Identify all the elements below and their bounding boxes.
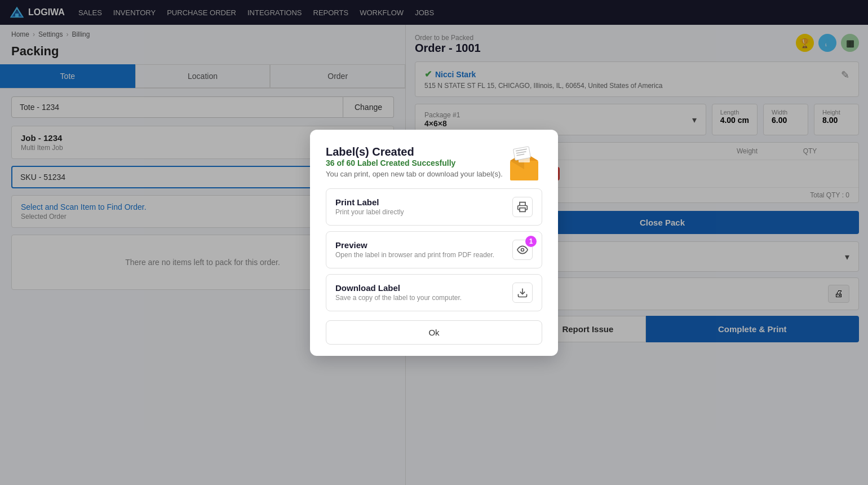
preview-title: Preview [335, 240, 494, 250]
download-label-desc: Save a copy of the label to your compute… [335, 294, 462, 302]
svg-point-12 [521, 248, 524, 251]
ok-button[interactable]: Ok [326, 320, 542, 345]
print-icon [512, 197, 533, 217]
modal-overlay[interactable]: Label(s) Created 36 of 60 Label Created … [0, 0, 868, 485]
svg-rect-7 [513, 146, 530, 160]
preview-desc: Open the label in browser and print from… [335, 251, 494, 259]
print-label-desc: Print your label directly [335, 208, 404, 216]
svg-rect-11 [520, 208, 525, 211]
download-label-title: Download Label [335, 283, 462, 293]
preview-option[interactable]: Preview Open the label in browser and pr… [326, 231, 542, 268]
preview-badge: 1 [525, 236, 537, 247]
download-icon [512, 283, 533, 303]
print-label-option[interactable]: Print Label Print your label directly [326, 188, 542, 226]
print-label-title: Print Label [335, 197, 404, 207]
box-illustration [502, 141, 547, 188]
eye-icon: 1 [512, 240, 533, 260]
download-label-option[interactable]: Download Label Save a copy of the label … [326, 274, 542, 311]
modal: Label(s) Created 36 of 60 Label Created … [310, 130, 558, 356]
